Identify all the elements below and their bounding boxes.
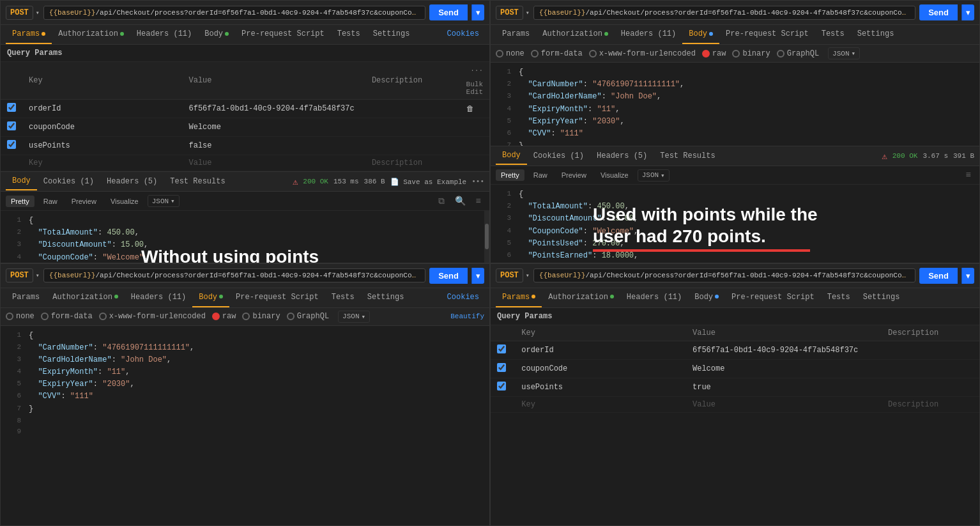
radio-urlencoded-bl[interactable]: x-www-form-urlencoded (99, 312, 206, 321)
tab-params-br[interactable]: Params (496, 288, 542, 307)
method-badge-tr[interactable]: POST (496, 6, 523, 20)
radio-graphql-tr[interactable]: GraphQL (777, 49, 819, 58)
resp-tab-body-tl[interactable]: Body (6, 173, 37, 190)
radio-urlencoded-tr[interactable]: x-www-form-urlencoded (589, 49, 696, 58)
tab-headers-bl[interactable]: Headers (11) (125, 288, 192, 307)
url-bar-tr[interactable]: {{baseUrl}}/api/Checkout/process?orderId… (533, 6, 915, 20)
send-arrow-tl[interactable]: ▾ (471, 4, 484, 20)
radio-none-tr[interactable]: none (496, 49, 524, 58)
fmt-preview-tl[interactable]: Preview (66, 196, 102, 207)
fmt-visualize-tl[interactable]: Visualize (105, 196, 144, 207)
fmt-raw-resp-tr[interactable]: Raw (528, 169, 553, 181)
checkbox-usepoints-br[interactable] (497, 382, 506, 391)
radio-none-bl[interactable]: none (6, 312, 34, 321)
tab-auth-br[interactable]: Authorization (542, 288, 620, 307)
url-bar-br[interactable]: {{baseUrl}}/api/Checkout/process?orderId… (533, 268, 915, 282)
wrap-icon-tl[interactable]: ≡ (473, 195, 484, 208)
cookies-link-tl[interactable]: Cookies (442, 25, 484, 44)
send-button-br[interactable]: Send (919, 268, 958, 284)
param-key-orderid-tl[interactable]: orderId (22, 100, 182, 118)
checkbox-orderid-br[interactable] (497, 344, 506, 353)
tab-prerequest-bl[interactable]: Pre-request Script (229, 288, 325, 307)
tab-auth-tr[interactable]: Authorization (536, 25, 615, 44)
resp-tab-cookies-tr[interactable]: Cookies (1) (527, 148, 590, 164)
param-val-orderid-tl[interactable]: 6f56f7a1-0bd1-40c9-9204-4f7ab548f37c (182, 100, 365, 118)
method-dropdown-tr[interactable]: ▾ (526, 9, 530, 17)
json-dropdown-body-bl[interactable]: JSON ▾ (338, 311, 370, 323)
tab-prerequest-br[interactable]: Pre-request Script (725, 288, 821, 307)
url-bar-bl[interactable]: {{baseUrl}}/api/Checkout/process?orderId… (43, 268, 425, 282)
tab-params-tl[interactable]: Params (6, 25, 52, 44)
param-val-usepoints-br[interactable]: true (686, 378, 882, 396)
method-badge-tl[interactable]: POST (6, 6, 33, 20)
checkbox-orderid-tl[interactable] (7, 103, 16, 112)
tab-tests-tl[interactable]: Tests (331, 25, 367, 44)
search-icon-tl[interactable]: 🔍 (452, 194, 469, 208)
send-button-bl[interactable]: Send (429, 268, 468, 284)
fmt-raw-tl[interactable]: Raw (38, 196, 63, 207)
tab-settings-bl[interactable]: Settings (361, 288, 411, 307)
tab-params-bl[interactable]: Params (6, 288, 46, 307)
radio-formdata-tr[interactable]: form-data (531, 49, 583, 58)
param-placeholder-val-br[interactable]: Value (686, 396, 882, 412)
cookies-link-bl[interactable]: Cookies (442, 288, 484, 307)
method-dropdown-br[interactable]: ▾ (526, 272, 530, 279)
tab-prerequest-tr[interactable]: Pre-request Script (719, 25, 815, 44)
method-badge-bl[interactable]: POST (6, 268, 33, 282)
tab-body-bl[interactable]: Body (192, 288, 229, 307)
resp-tab-headers-tr[interactable]: Headers (5) (590, 148, 654, 164)
checkbox-couponcode-tl[interactable] (7, 121, 16, 130)
radio-graphql-bl[interactable]: GraphQL (287, 312, 329, 321)
tab-headers-tl[interactable]: Headers (11) (130, 25, 198, 44)
tab-settings-br[interactable]: Settings (857, 288, 907, 307)
radio-binary-bl[interactable]: binary (242, 312, 280, 321)
radio-binary-tr[interactable]: binary (732, 49, 770, 58)
beautify-btn-bl[interactable]: Beautify (450, 313, 484, 320)
json-dropdown-tl[interactable]: JSON ▾ (148, 195, 180, 207)
checkbox-couponcode-br[interactable] (497, 363, 506, 372)
param-val-orderid-br[interactable]: 6f56f7a1-0bd1-40c9-9204-4f7ab548f37c (686, 341, 882, 359)
send-arrow-br[interactable]: ▾ (961, 268, 974, 284)
resp-tab-testresults-tl[interactable]: Test Results (164, 173, 231, 190)
url-bar-tl[interactable]: {{baseUrl}}/api/Checkout/process?orderId… (43, 6, 425, 20)
more-options-tl[interactable]: ••• (471, 178, 484, 185)
copy-icon-tl[interactable]: ⧉ (435, 195, 448, 208)
tab-settings-tr[interactable]: Settings (851, 25, 901, 44)
scrollbar-tl[interactable] (484, 211, 489, 263)
tab-headers-br[interactable]: Headers (11) (620, 288, 688, 307)
param-key-couponcode-br[interactable]: couponCode (515, 359, 686, 378)
method-badge-br[interactable]: POST (496, 268, 523, 282)
param-placeholder-val-tl[interactable]: Value (182, 155, 365, 171)
resp-tab-cookies-tl[interactable]: Cookies (1) (37, 173, 100, 190)
fmt-preview-resp-tr[interactable]: Preview (556, 169, 592, 181)
tab-settings-tl[interactable]: Settings (367, 25, 417, 44)
tab-tests-br[interactable]: Tests (821, 288, 857, 307)
send-button-tr[interactable]: Send (919, 4, 958, 20)
send-button-tl[interactable]: Send (429, 4, 468, 20)
resp-tab-testresults-tr[interactable]: Test Results (654, 148, 721, 164)
tab-auth-bl[interactable]: Authorization (46, 288, 125, 307)
fmt-pretty-resp-tr[interactable]: Pretty (496, 169, 524, 181)
send-arrow-bl[interactable]: ▾ (471, 268, 484, 284)
radio-formdata-bl[interactable]: form-data (41, 312, 93, 321)
tab-auth-tl[interactable]: Authorization (52, 25, 130, 44)
json-dropdown-body-tr[interactable]: JSON ▾ (828, 47, 860, 59)
tab-prerequest-tl[interactable]: Pre-request Script (235, 25, 331, 44)
tab-params-tr[interactable]: Params (496, 25, 536, 44)
param-val-couponcode-br[interactable]: Welcome (686, 359, 882, 378)
param-key-usepoints-tl[interactable]: usePoints (22, 137, 182, 155)
wrap-icon-resp-tr[interactable]: ≡ (963, 169, 974, 182)
checkbox-usepoints-tl[interactable] (7, 140, 16, 149)
param-val-couponcode-tl[interactable]: Welcome (182, 118, 365, 137)
fmt-pretty-tl[interactable]: Pretty (6, 196, 34, 207)
resp-tab-body-tr[interactable]: Body (496, 147, 527, 165)
param-key-couponcode-tl[interactable]: couponCode (22, 118, 182, 137)
radio-raw-bl[interactable]: raw (212, 312, 236, 321)
radio-raw-tr[interactable]: raw (702, 49, 726, 58)
tab-body-tl[interactable]: Body (198, 25, 235, 44)
fmt-visualize-resp-tr[interactable]: Visualize (595, 169, 634, 181)
trash-orderid-tl[interactable]: 🗑 (460, 100, 489, 118)
resp-tab-headers-tl[interactable]: Headers (5) (100, 173, 164, 190)
scroll-thumb-tl[interactable] (485, 224, 489, 249)
param-key-orderid-br[interactable]: orderId (515, 341, 686, 359)
